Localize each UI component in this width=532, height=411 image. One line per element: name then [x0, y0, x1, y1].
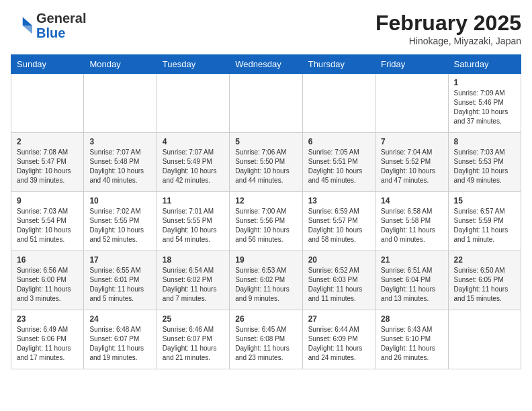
day-number: 13 [308, 196, 369, 205]
calendar-cell: 28Sunrise: 6:43 AM Sunset: 6:10 PM Dayli… [375, 310, 448, 369]
calendar-cell: 6Sunrise: 7:05 AM Sunset: 5:51 PM Daylig… [302, 133, 375, 192]
day-info: Sunrise: 7:00 AM Sunset: 5:56 PM Dayligh… [235, 207, 296, 244]
calendar-header-tuesday: Tuesday [157, 55, 229, 74]
day-info: Sunrise: 6:54 AM Sunset: 6:02 PM Dayligh… [163, 266, 224, 304]
calendar-cell [302, 74, 375, 133]
day-info: Sunrise: 7:07 AM Sunset: 5:48 PM Dayligh… [89, 148, 150, 185]
day-info: Sunrise: 6:51 AM Sunset: 6:04 PM Dayligh… [381, 266, 442, 304]
day-number: 1 [454, 78, 515, 87]
svg-marker-0 [23, 17, 32, 26]
day-info: Sunrise: 7:05 AM Sunset: 5:51 PM Dayligh… [308, 148, 369, 185]
day-info: Sunrise: 6:45 AM Sunset: 6:08 PM Dayligh… [235, 325, 296, 363]
day-number: 22 [454, 255, 515, 265]
day-info: Sunrise: 6:50 AM Sunset: 6:05 PM Dayligh… [454, 266, 515, 304]
day-number: 8 [454, 137, 515, 146]
calendar-cell [448, 310, 521, 369]
calendar-header-wednesday: Wednesday [230, 55, 302, 74]
calendar-cell: 3Sunrise: 7:07 AM Sunset: 5:48 PM Daylig… [84, 133, 157, 192]
calendar-header-saturday: Saturday [448, 55, 521, 74]
calendar-cell: 4Sunrise: 7:07 AM Sunset: 5:49 PM Daylig… [157, 133, 229, 192]
day-number: 20 [308, 255, 369, 265]
calendar-cell: 11Sunrise: 7:01 AM Sunset: 5:55 PM Dayli… [157, 192, 229, 251]
day-number: 11 [163, 196, 224, 205]
calendar-cell: 12Sunrise: 7:00 AM Sunset: 5:56 PM Dayli… [230, 192, 302, 251]
day-info: Sunrise: 7:06 AM Sunset: 5:50 PM Dayligh… [235, 148, 296, 185]
calendar-cell [84, 74, 157, 133]
day-info: Sunrise: 7:02 AM Sunset: 5:55 PM Dayligh… [89, 207, 150, 244]
calendar-week-3: 9Sunrise: 7:03 AM Sunset: 5:54 PM Daylig… [11, 192, 521, 251]
day-number: 25 [163, 314, 224, 324]
title-area: February 2025 Hinokage, Miyazaki, Japan [375, 11, 521, 46]
day-info: Sunrise: 7:09 AM Sunset: 5:46 PM Dayligh… [454, 89, 515, 126]
calendar-cell: 9Sunrise: 7:03 AM Sunset: 5:54 PM Daylig… [11, 192, 84, 251]
day-info: Sunrise: 6:46 AM Sunset: 6:07 PM Dayligh… [163, 325, 224, 363]
calendar-week-1: 1Sunrise: 7:09 AM Sunset: 5:46 PM Daylig… [11, 74, 521, 133]
calendar-cell: 23Sunrise: 6:49 AM Sunset: 6:06 PM Dayli… [11, 310, 84, 369]
day-number: 5 [235, 137, 296, 146]
calendar-cell: 17Sunrise: 6:55 AM Sunset: 6:01 PM Dayli… [84, 251, 157, 310]
calendar-cell: 24Sunrise: 6:48 AM Sunset: 6:07 PM Dayli… [84, 310, 157, 369]
day-info: Sunrise: 7:04 AM Sunset: 5:52 PM Dayligh… [381, 148, 442, 185]
day-number: 2 [17, 137, 78, 146]
day-info: Sunrise: 6:53 AM Sunset: 6:02 PM Dayligh… [235, 266, 296, 304]
day-info: Sunrise: 6:49 AM Sunset: 6:06 PM Dayligh… [17, 325, 78, 363]
day-info: Sunrise: 6:44 AM Sunset: 6:09 PM Dayligh… [308, 325, 369, 363]
day-info: Sunrise: 6:48 AM Sunset: 6:07 PM Dayligh… [89, 325, 150, 363]
svg-marker-1 [23, 26, 32, 34]
calendar-week-2: 2Sunrise: 7:08 AM Sunset: 5:47 PM Daylig… [11, 133, 521, 192]
calendar-cell: 22Sunrise: 6:50 AM Sunset: 6:05 PM Dayli… [448, 251, 521, 310]
day-info: Sunrise: 7:03 AM Sunset: 5:53 PM Dayligh… [454, 148, 515, 185]
calendar-week-4: 16Sunrise: 6:56 AM Sunset: 6:00 PM Dayli… [11, 251, 521, 310]
logo: General Blue [11, 11, 86, 40]
day-number: 21 [381, 255, 442, 265]
header: General Blue February 2025 Hinokage, Miy… [11, 11, 521, 46]
logo-text: General Blue [36, 11, 86, 40]
location-subtitle: Hinokage, Miyazaki, Japan [375, 36, 521, 46]
calendar-header-thursday: Thursday [302, 55, 375, 74]
day-number: 27 [308, 314, 369, 324]
day-number: 4 [163, 137, 224, 146]
day-info: Sunrise: 6:56 AM Sunset: 6:00 PM Dayligh… [17, 266, 78, 304]
calendar-cell: 14Sunrise: 6:58 AM Sunset: 5:58 PM Dayli… [375, 192, 448, 251]
day-number: 7 [381, 137, 442, 146]
day-info: Sunrise: 6:59 AM Sunset: 5:57 PM Dayligh… [308, 207, 369, 244]
calendar-cell [375, 74, 448, 133]
calendar-cell: 26Sunrise: 6:45 AM Sunset: 6:08 PM Dayli… [230, 310, 302, 369]
calendar-week-5: 23Sunrise: 6:49 AM Sunset: 6:06 PM Dayli… [11, 310, 521, 369]
day-info: Sunrise: 7:08 AM Sunset: 5:47 PM Dayligh… [17, 148, 78, 185]
calendar-cell: 5Sunrise: 7:06 AM Sunset: 5:50 PM Daylig… [230, 133, 302, 192]
calendar-cell [11, 74, 84, 133]
calendar-cell [230, 74, 302, 133]
day-number: 6 [308, 137, 369, 146]
day-number: 15 [454, 196, 515, 205]
day-number: 23 [17, 314, 78, 324]
calendar-cell: 10Sunrise: 7:02 AM Sunset: 5:55 PM Dayli… [84, 192, 157, 251]
day-info: Sunrise: 6:55 AM Sunset: 6:01 PM Dayligh… [89, 266, 150, 304]
day-number: 14 [381, 196, 442, 205]
calendar-header-monday: Monday [84, 55, 157, 74]
day-info: Sunrise: 7:01 AM Sunset: 5:55 PM Dayligh… [163, 207, 224, 244]
logo-icon [11, 15, 32, 36]
day-number: 3 [89, 137, 150, 146]
calendar-cell: 25Sunrise: 6:46 AM Sunset: 6:07 PM Dayli… [157, 310, 229, 369]
calendar-cell: 21Sunrise: 6:51 AM Sunset: 6:04 PM Dayli… [375, 251, 448, 310]
calendar-header-row: SundayMondayTuesdayWednesdayThursdayFrid… [11, 55, 521, 74]
calendar-cell: 20Sunrise: 6:52 AM Sunset: 6:03 PM Dayli… [302, 251, 375, 310]
day-number: 19 [235, 255, 296, 265]
calendar-cell: 15Sunrise: 6:57 AM Sunset: 5:59 PM Dayli… [448, 192, 521, 251]
day-number: 18 [163, 255, 224, 265]
calendar-cell: 7Sunrise: 7:04 AM Sunset: 5:52 PM Daylig… [375, 133, 448, 192]
day-info: Sunrise: 7:07 AM Sunset: 5:49 PM Dayligh… [163, 148, 224, 185]
calendar-cell: 8Sunrise: 7:03 AM Sunset: 5:53 PM Daylig… [448, 133, 521, 192]
day-info: Sunrise: 6:57 AM Sunset: 5:59 PM Dayligh… [454, 207, 515, 244]
calendar-cell: 13Sunrise: 6:59 AM Sunset: 5:57 PM Dayli… [302, 192, 375, 251]
calendar-header-sunday: Sunday [11, 55, 84, 74]
day-info: Sunrise: 7:03 AM Sunset: 5:54 PM Dayligh… [17, 207, 78, 244]
day-number: 10 [89, 196, 150, 205]
day-info: Sunrise: 6:58 AM Sunset: 5:58 PM Dayligh… [381, 207, 442, 244]
calendar-header-friday: Friday [375, 55, 448, 74]
day-number: 28 [381, 314, 442, 324]
day-number: 16 [17, 255, 78, 265]
calendar-cell: 1Sunrise: 7:09 AM Sunset: 5:46 PM Daylig… [448, 74, 521, 133]
day-number: 26 [235, 314, 296, 324]
